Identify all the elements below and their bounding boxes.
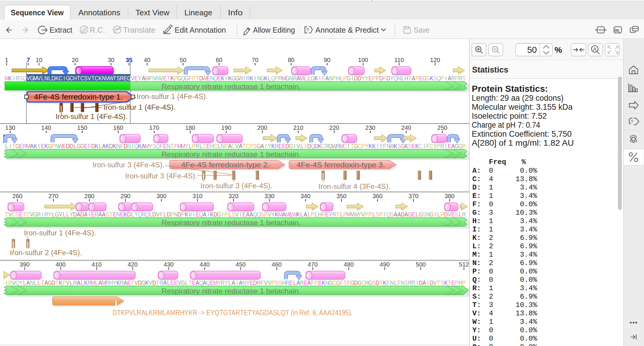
svg-text:Iron-sulfur 2 (4Fe-4S).: Iron-sulfur 2 (4Fe-4S). bbox=[10, 249, 82, 257]
svg-text:L: L bbox=[99, 142, 102, 150]
svg-text:T: T bbox=[448, 279, 451, 286]
svg-text:Statistics: Statistics bbox=[472, 65, 508, 74]
svg-text:K: K bbox=[221, 75, 224, 82]
svg-text:R: R bbox=[160, 279, 164, 286]
svg-text:T: T bbox=[196, 75, 199, 82]
svg-text:K: K bbox=[444, 279, 448, 286]
svg-text:0.0%: 0.0% bbox=[520, 267, 537, 276]
svg-text:P: P bbox=[462, 142, 466, 150]
svg-text:M: M bbox=[5, 75, 9, 82]
svg-text:4: 4 bbox=[489, 175, 493, 183]
svg-text:S: S bbox=[275, 279, 278, 286]
svg-text:L: L bbox=[66, 211, 69, 218]
svg-text:A:: A: bbox=[472, 167, 481, 175]
svg-text:T: T bbox=[243, 142, 246, 150]
svg-text:A: A bbox=[397, 211, 401, 218]
svg-text:S: S bbox=[397, 142, 401, 150]
svg-text:H: H bbox=[210, 142, 214, 150]
svg-text:Iron-sulfur 1 (4Fe-4S).: Iron-sulfur 1 (4Fe-4S). bbox=[104, 103, 176, 111]
svg-text:E: E bbox=[242, 211, 246, 218]
svg-text:V: V bbox=[264, 279, 268, 286]
svg-text:A: A bbox=[98, 211, 102, 218]
svg-text:L: L bbox=[416, 211, 419, 218]
svg-text:P: P bbox=[322, 211, 325, 218]
svg-text:N: N bbox=[156, 75, 160, 82]
svg-text:A: A bbox=[30, 142, 34, 150]
svg-text:0.0%: 0.0% bbox=[520, 167, 537, 175]
svg-text:E: E bbox=[448, 142, 451, 150]
svg-text:Y: Y bbox=[433, 142, 437, 150]
svg-text:V:: V: bbox=[472, 309, 481, 318]
svg-text:0: 0 bbox=[489, 276, 493, 284]
svg-text:3.4%: 3.4% bbox=[520, 183, 537, 192]
svg-text:T: T bbox=[380, 279, 383, 286]
svg-text:C: C bbox=[214, 142, 218, 150]
svg-text:P: P bbox=[369, 211, 372, 218]
svg-text:350: 350 bbox=[336, 193, 346, 199]
svg-text:A: A bbox=[307, 279, 311, 286]
svg-text:490: 490 bbox=[380, 261, 390, 268]
svg-text:V: V bbox=[235, 142, 239, 150]
svg-text:1: 1 bbox=[489, 225, 493, 234]
svg-text:A: A bbox=[239, 142, 242, 150]
svg-text:R.C.: R.C. bbox=[90, 26, 105, 34]
svg-text:V: V bbox=[296, 142, 300, 150]
svg-text:L: L bbox=[81, 279, 84, 286]
svg-text:330: 330 bbox=[264, 193, 274, 199]
svg-text:E: E bbox=[419, 75, 423, 82]
svg-text:R: R bbox=[246, 75, 250, 82]
svg-text:N: N bbox=[174, 211, 178, 218]
svg-text:K: K bbox=[145, 279, 149, 286]
svg-text:E: E bbox=[304, 279, 307, 286]
svg-text:T: T bbox=[351, 142, 354, 150]
svg-text:370: 370 bbox=[408, 193, 418, 199]
svg-text:F: F bbox=[383, 75, 387, 82]
svg-text:340: 340 bbox=[300, 193, 310, 199]
svg-text:P: P bbox=[224, 142, 228, 150]
svg-text:3.4%: 3.4% bbox=[520, 225, 537, 234]
svg-text:L: L bbox=[70, 279, 73, 286]
svg-text:L: L bbox=[228, 279, 231, 286]
svg-text:10: 10 bbox=[36, 57, 42, 63]
svg-text:I: I bbox=[64, 75, 65, 82]
svg-text:K: K bbox=[264, 75, 268, 82]
svg-text:R: R bbox=[293, 75, 297, 82]
svg-text:K: K bbox=[405, 142, 408, 150]
svg-text:E: E bbox=[206, 75, 210, 82]
svg-text:R: R bbox=[221, 279, 225, 286]
svg-text:P: P bbox=[181, 211, 185, 218]
svg-text:S: S bbox=[426, 75, 430, 82]
svg-text:L: L bbox=[74, 142, 77, 150]
svg-text:Y: Y bbox=[70, 211, 73, 218]
svg-text:2: 2 bbox=[489, 234, 493, 242]
svg-text:A[280] of 1 mg/ml: 1.82 AU: A[280] of 1 mg/ml: 1.82 AU bbox=[472, 139, 574, 148]
svg-text:I: I bbox=[352, 75, 353, 82]
svg-text:G: G bbox=[354, 142, 358, 150]
svg-text:M:: M: bbox=[472, 251, 481, 259]
svg-text:1: 1 bbox=[489, 217, 493, 225]
svg-text:C: C bbox=[322, 142, 326, 150]
svg-text:E: E bbox=[120, 211, 124, 218]
svg-text:A: A bbox=[196, 279, 199, 286]
svg-text:I: I bbox=[377, 142, 378, 150]
svg-text:D: D bbox=[109, 142, 113, 150]
svg-text:470: 470 bbox=[308, 261, 317, 268]
svg-text:1: 1 bbox=[489, 318, 493, 326]
svg-text:L: L bbox=[300, 142, 303, 150]
svg-text:L: L bbox=[164, 211, 167, 218]
svg-text:1: 1 bbox=[489, 251, 493, 259]
svg-text:L: L bbox=[437, 211, 440, 218]
svg-text:A: A bbox=[239, 279, 242, 286]
svg-text:480: 480 bbox=[344, 261, 354, 268]
svg-text:13.8%: 13.8% bbox=[516, 175, 537, 183]
svg-text:C: C bbox=[70, 75, 74, 82]
svg-text:G: G bbox=[336, 279, 340, 286]
svg-text:A: A bbox=[412, 75, 415, 82]
svg-text:N: N bbox=[44, 75, 48, 82]
svg-text:A: A bbox=[246, 211, 250, 218]
svg-text:G: G bbox=[311, 75, 315, 82]
svg-text:C: C bbox=[95, 75, 99, 82]
svg-text:Q: Q bbox=[23, 75, 27, 82]
svg-text:60: 60 bbox=[216, 57, 222, 63]
svg-text:D:: D: bbox=[472, 183, 481, 192]
